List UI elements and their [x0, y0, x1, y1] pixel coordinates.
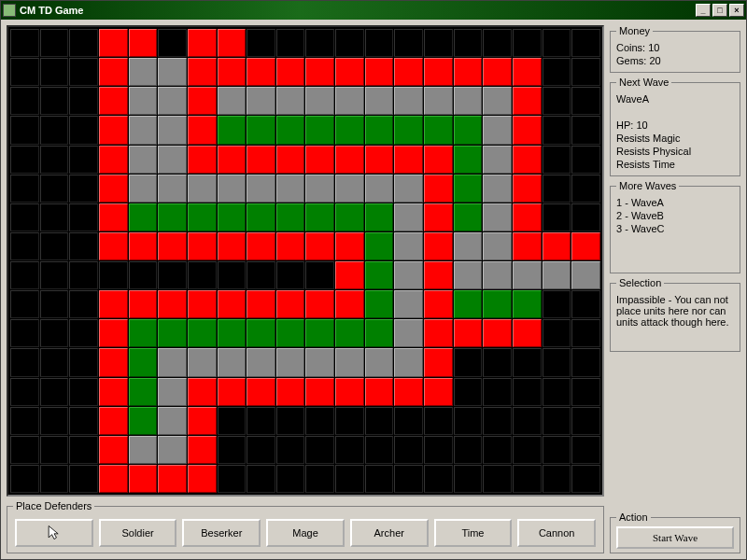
map-cell[interactable]	[571, 319, 600, 347]
map-cell[interactable]	[305, 203, 334, 231]
map-cell[interactable]	[394, 146, 423, 174]
map-cell[interactable]	[158, 436, 187, 464]
map-cell[interactable]	[99, 29, 128, 57]
defender-time-button[interactable]: Time	[434, 519, 513, 547]
map-cell[interactable]	[188, 29, 217, 57]
map-cell[interactable]	[99, 58, 128, 86]
map-cell[interactable]	[247, 116, 275, 144]
map-cell[interactable]	[69, 87, 98, 115]
map-cell[interactable]	[335, 465, 364, 493]
map-cell[interactable]	[69, 232, 98, 260]
map-cell[interactable]	[335, 29, 364, 57]
map-cell[interactable]	[276, 261, 305, 289]
map-cell[interactable]	[394, 261, 423, 289]
map-cell[interactable]	[99, 378, 128, 406]
map-cell[interactable]	[454, 436, 483, 464]
map-cell[interactable]	[129, 465, 158, 493]
map-cell[interactable]	[10, 232, 39, 260]
map-cell[interactable]	[571, 116, 600, 144]
map-cell[interactable]	[188, 319, 217, 347]
map-cell[interactable]	[218, 146, 247, 174]
map-cell[interactable]	[543, 58, 571, 86]
map-cell[interactable]	[394, 175, 423, 203]
map-cell[interactable]	[365, 87, 394, 115]
map-cell[interactable]	[188, 465, 217, 493]
map-cell[interactable]	[454, 319, 483, 347]
map-cell[interactable]	[69, 203, 98, 231]
map-cell[interactable]	[99, 348, 128, 376]
map-cell[interactable]	[543, 436, 571, 464]
map-cell[interactable]	[10, 465, 39, 493]
map-cell[interactable]	[394, 465, 423, 493]
map-cell[interactable]	[394, 348, 423, 376]
map-cell[interactable]	[99, 175, 128, 203]
map-cell[interactable]	[571, 465, 600, 493]
map-cell[interactable]	[276, 58, 305, 86]
map-cell[interactable]	[247, 436, 275, 464]
map-cell[interactable]	[454, 407, 483, 435]
map-cell[interactable]	[365, 261, 394, 289]
map-cell[interactable]	[335, 87, 364, 115]
map-cell[interactable]	[543, 146, 571, 174]
map-cell[interactable]	[335, 261, 364, 289]
map-cell[interactable]	[424, 436, 453, 464]
map-cell[interactable]	[99, 436, 128, 464]
map-cell[interactable]	[454, 378, 483, 406]
map-cell[interactable]	[247, 348, 275, 376]
map-cell[interactable]	[247, 319, 275, 347]
map-cell[interactable]	[365, 146, 394, 174]
map-cell[interactable]	[305, 87, 334, 115]
map-cell[interactable]	[513, 58, 542, 86]
map-cell[interactable]	[158, 319, 187, 347]
map-grid[interactable]	[10, 29, 600, 493]
map-cell[interactable]	[276, 319, 305, 347]
minimize-button[interactable]: _	[696, 4, 711, 17]
map-cell[interactable]	[365, 378, 394, 406]
map-cell[interactable]	[158, 261, 187, 289]
map-cell[interactable]	[40, 58, 69, 86]
map-cell[interactable]	[543, 261, 571, 289]
map-cell[interactable]	[335, 348, 364, 376]
map-cell[interactable]	[335, 319, 364, 347]
map-cell[interactable]	[571, 407, 600, 435]
map-cell[interactable]	[424, 175, 453, 203]
map-cell[interactable]	[158, 232, 187, 260]
map-cell[interactable]	[129, 261, 158, 289]
map-cell[interactable]	[158, 58, 187, 86]
map-cell[interactable]	[10, 146, 39, 174]
map-cell[interactable]	[188, 290, 217, 318]
map-cell[interactable]	[40, 378, 69, 406]
map-cell[interactable]	[394, 87, 423, 115]
map-cell[interactable]	[247, 175, 275, 203]
map-cell[interactable]	[99, 261, 128, 289]
map-cell[interactable]	[483, 378, 512, 406]
map-cell[interactable]	[571, 261, 600, 289]
map-cell[interactable]	[335, 407, 364, 435]
map-cell[interactable]	[305, 116, 334, 144]
map-cell[interactable]	[218, 29, 247, 57]
map-cell[interactable]	[129, 232, 158, 260]
map-cell[interactable]	[69, 378, 98, 406]
map-cell[interactable]	[40, 203, 69, 231]
map-cell[interactable]	[218, 261, 247, 289]
map-cell[interactable]	[247, 290, 275, 318]
map-cell[interactable]	[129, 146, 158, 174]
map-cell[interactable]	[10, 175, 39, 203]
map-cell[interactable]	[247, 58, 275, 86]
map-cell[interactable]	[483, 465, 512, 493]
map-cell[interactable]	[454, 261, 483, 289]
map-cell[interactable]	[424, 407, 453, 435]
map-cell[interactable]	[454, 203, 483, 231]
map-cell[interactable]	[513, 232, 542, 260]
map-cell[interactable]	[394, 29, 423, 57]
map-cell[interactable]	[40, 319, 69, 347]
map-cell[interactable]	[40, 116, 69, 144]
map-cell[interactable]	[305, 146, 334, 174]
map-cell[interactable]	[69, 261, 98, 289]
map-cell[interactable]	[247, 465, 275, 493]
map-cell[interactable]	[218, 436, 247, 464]
map-cell[interactable]	[394, 436, 423, 464]
map-cell[interactable]	[247, 203, 275, 231]
map-cell[interactable]	[365, 116, 394, 144]
map-cell[interactable]	[424, 348, 453, 376]
